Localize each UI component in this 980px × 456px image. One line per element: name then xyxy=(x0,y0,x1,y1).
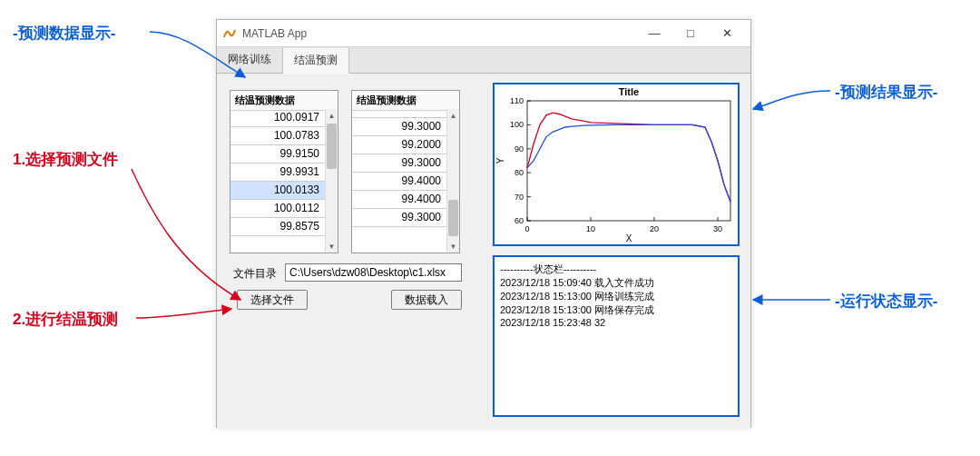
table-row[interactable]: 99.4000 xyxy=(352,173,446,191)
table-row[interactable]: 100.0112 xyxy=(230,200,325,218)
status-line: 2023/12/18 15:23:48 32 xyxy=(500,316,732,330)
annot-step2: 2.进行结温预测 xyxy=(13,309,118,330)
file-dir-label: 文件目录 xyxy=(233,266,277,282)
annot-data-display: -预测数据显示- xyxy=(13,23,115,44)
status-line: 2023/12/18 15:13:00 网络保存完成 xyxy=(500,303,732,317)
svg-text:110: 110 xyxy=(510,96,524,105)
svg-text:Title: Title xyxy=(619,86,639,97)
scroll-up-icon[interactable]: ▲ xyxy=(447,109,459,122)
svg-text:60: 60 xyxy=(514,216,524,225)
maximize-button[interactable]: □ xyxy=(672,21,709,46)
scroll-down-icon[interactable]: ▼ xyxy=(326,240,338,253)
choose-file-button[interactable]: 选择文件 xyxy=(237,290,308,310)
table-row[interactable]: 99.3000 xyxy=(352,209,446,227)
svg-text:10: 10 xyxy=(586,224,595,233)
data-table-1: 结温预测数据 100.0917 100.0783 99.9150 99.9931… xyxy=(230,90,338,253)
svg-text:0: 0 xyxy=(524,224,529,233)
table-row[interactable]: 99.4000 xyxy=(352,191,446,209)
table-row[interactable]: 99.3000 xyxy=(352,154,446,173)
table-row[interactable]: 100.0783 xyxy=(230,127,325,145)
table-row[interactable]: 100.0917 xyxy=(230,109,325,127)
status-panel: ----------状态栏---------- 2023/12/18 15:09… xyxy=(493,255,740,417)
data-table-2: 结温预测数据 99.3000 99.2000 99.3000 99.4000 9… xyxy=(351,90,460,253)
tab-temp-predict[interactable]: 结温预测 xyxy=(283,48,349,74)
scrollbar[interactable]: ▲ ▼ xyxy=(325,109,338,253)
chart: 607080901001100102030TitleXY xyxy=(495,84,738,244)
status-line: 2023/12/18 15:13:00 网络训练完成 xyxy=(500,290,732,303)
content-panel: 结温预测数据 100.0917 100.0783 99.9150 99.9931… xyxy=(217,74,750,428)
scroll-up-icon[interactable]: ▲ xyxy=(326,109,338,122)
scrollbar[interactable]: ▲ ▼ xyxy=(446,109,459,253)
minimize-button[interactable]: — xyxy=(636,21,672,46)
window-title: MATLAB App xyxy=(242,27,636,40)
status-line: 2023/12/18 15:09:40 载入文件成功 xyxy=(500,276,732,290)
app-icon xyxy=(222,26,237,41)
chart-panel: 607080901001100102030TitleXY xyxy=(493,83,740,246)
svg-text:X: X xyxy=(626,233,632,243)
file-path-input[interactable] xyxy=(285,263,462,282)
titlebar: MATLAB App — □ ✕ xyxy=(217,20,750,47)
annot-result-display: -预测结果显示- xyxy=(835,82,937,103)
table-row[interactable]: 99.8575 xyxy=(230,218,325,236)
status-header: ----------状态栏---------- xyxy=(500,263,732,276)
table-row[interactable]: 100.0133 xyxy=(230,182,325,200)
svg-text:30: 30 xyxy=(713,224,722,233)
app-window: MATLAB App — □ ✕ 网络训练 结温预测 结温预测数据 100.09… xyxy=(216,19,751,428)
table-row[interactable]: 99.3000 xyxy=(352,118,446,136)
annot-step1: 1.选择预测文件 xyxy=(13,149,118,170)
scroll-thumb[interactable] xyxy=(327,124,337,169)
tab-network-train[interactable]: 网络训练 xyxy=(217,47,283,73)
svg-text:Y: Y xyxy=(495,157,505,164)
table1-header: 结温预测数据 xyxy=(230,91,338,111)
svg-text:80: 80 xyxy=(514,168,524,177)
tab-bar: 网络训练 结温预测 xyxy=(217,47,750,74)
table-row[interactable]: 99.2000 xyxy=(352,136,446,154)
annot-status-display: -运行状态显示- xyxy=(835,291,937,312)
svg-text:70: 70 xyxy=(514,193,524,202)
table-row[interactable] xyxy=(352,109,446,118)
load-data-button[interactable]: 数据载入 xyxy=(391,290,462,310)
scroll-down-icon[interactable]: ▼ xyxy=(447,240,459,253)
svg-text:100: 100 xyxy=(510,120,524,129)
svg-text:20: 20 xyxy=(650,224,659,233)
close-button[interactable]: ✕ xyxy=(709,21,745,46)
table2-header: 结温预测数据 xyxy=(352,91,459,111)
table-row[interactable]: 99.9150 xyxy=(230,145,325,164)
scroll-thumb[interactable] xyxy=(448,200,458,236)
table-row[interactable]: 99.9931 xyxy=(230,164,325,182)
svg-text:90: 90 xyxy=(514,144,524,154)
svg-rect-0 xyxy=(527,101,730,221)
